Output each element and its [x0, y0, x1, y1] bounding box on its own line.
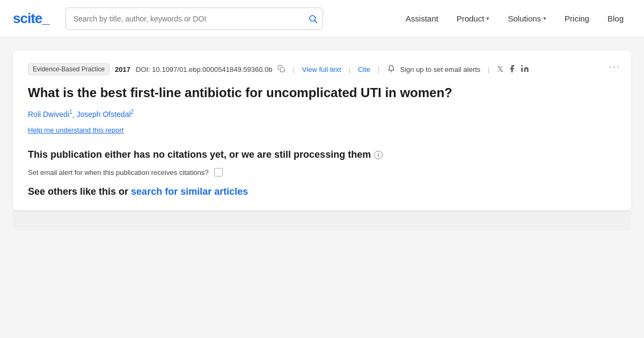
- logo[interactable]: scite_: [13, 10, 49, 27]
- main-nav: Assistant Product ▾ Solutions ▾ Pricing …: [398, 10, 631, 27]
- nav-item-solutions[interactable]: Solutions ▾: [500, 10, 554, 27]
- search-icon: [308, 14, 318, 24]
- copy-doi-icon[interactable]: [277, 65, 285, 74]
- search-bar-container: [65, 8, 323, 30]
- meta-row: Evidence-Based Practice 2017 DOI: 10.109…: [28, 63, 616, 75]
- help-understand-link[interactable]: Help me understand this report: [28, 126, 123, 134]
- bottom-bar: [13, 210, 631, 231]
- article-title: What is the best first-line antibiotic f…: [28, 84, 616, 102]
- sep3: |: [378, 65, 379, 74]
- svg-line-1: [314, 20, 317, 23]
- social-icons-group: 𝕏: [497, 64, 529, 75]
- article-doi: DOI: 10.1097/01.ebp.0000541849.59360.0b: [136, 65, 272, 74]
- email-alert-label: Set email alert for when this publicatio…: [28, 168, 209, 177]
- email-alert-row: Set email alert for when this publicatio…: [28, 168, 616, 177]
- main-content: ··· Evidence-Based Practice 2017 DOI: 10…: [0, 38, 644, 244]
- article-card: ··· Evidence-Based Practice 2017 DOI: 10…: [13, 50, 631, 210]
- authors[interactable]: Roli Dwivedi1, Joseph Ofstedal2: [28, 109, 616, 119]
- sep2: |: [349, 65, 350, 74]
- search-button[interactable]: [308, 14, 318, 24]
- search-similar-link[interactable]: search for similar articles: [131, 186, 248, 197]
- more-options-button[interactable]: ···: [609, 61, 620, 72]
- author-2[interactable]: Joseph Ofstedal2: [76, 110, 134, 119]
- sign-up-alert-text: Sign up to set email alerts: [400, 65, 481, 74]
- citation-notice: This publication either has no citations…: [28, 149, 616, 160]
- article-year: 2017: [115, 65, 130, 74]
- see-others-row: See others like this or search for simil…: [28, 186, 616, 197]
- article-type-badge: Evidence-Based Practice: [28, 63, 109, 75]
- view-full-text-link[interactable]: View full text: [302, 65, 341, 74]
- product-chevron-icon: ▾: [486, 15, 489, 22]
- bell-icon: [387, 65, 395, 74]
- svg-point-3: [522, 65, 523, 67]
- header: scite_ Assistant Product ▾ Solutions ▾ P…: [0, 0, 644, 38]
- cite-link[interactable]: Cite: [358, 65, 370, 74]
- linkedin-icon[interactable]: [521, 64, 529, 75]
- search-input[interactable]: [65, 8, 323, 30]
- nav-item-blog[interactable]: Blog: [600, 10, 631, 27]
- facebook-icon[interactable]: [508, 64, 516, 75]
- info-icon[interactable]: i: [374, 151, 383, 159]
- nav-item-assistant[interactable]: Assistant: [398, 10, 446, 27]
- svg-rect-2: [281, 68, 285, 72]
- email-alert-checkbox[interactable]: [214, 168, 223, 177]
- solutions-chevron-icon: ▾: [543, 15, 546, 22]
- citation-notice-text: This publication either has no citations…: [28, 149, 371, 160]
- nav-item-product[interactable]: Product ▾: [449, 10, 497, 27]
- nav-item-pricing[interactable]: Pricing: [557, 10, 597, 27]
- sep4: |: [488, 65, 489, 74]
- author-1[interactable]: Roli Dwivedi1: [28, 110, 72, 119]
- sep1: |: [292, 65, 294, 74]
- twitter-icon[interactable]: 𝕏: [497, 64, 503, 74]
- see-others-text: See others like this or: [28, 186, 128, 197]
